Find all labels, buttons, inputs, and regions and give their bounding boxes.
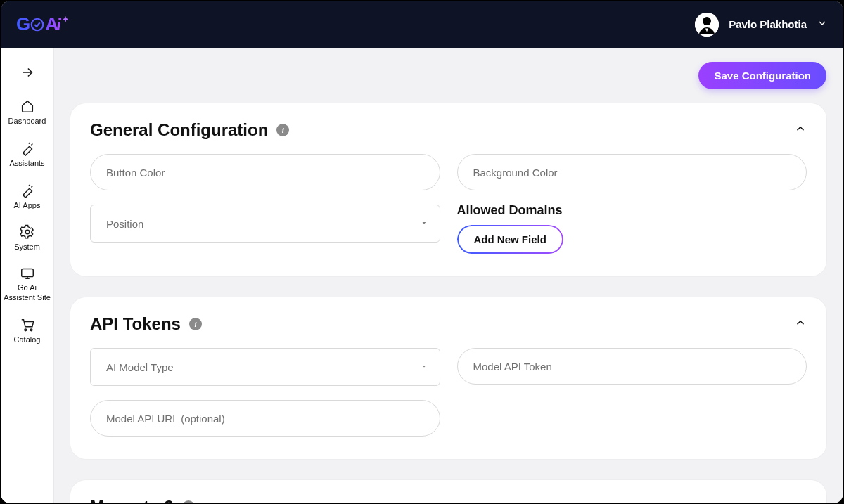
field-placeholder: Model API URL (optional)	[106, 413, 225, 425]
sidebar-item-assistant-site[interactable]: Go Ai Assistent Site	[1, 259, 53, 310]
chevron-down-icon	[817, 18, 828, 32]
app-header: G A i ✦ Pavlo Plakhotia	[1, 1, 843, 48]
sidebar-label: System	[14, 243, 40, 252]
collapse-button[interactable]	[794, 499, 807, 503]
sidebar-item-assistants[interactable]: Assistants	[1, 134, 53, 176]
sidebar-item-dashboard[interactable]: Dashboard	[1, 91, 53, 134]
section-magento-2: Magento 2 i	[70, 480, 826, 503]
section-title: API Tokens	[90, 314, 181, 334]
caret-down-icon	[420, 217, 428, 230]
collapse-button[interactable]	[794, 122, 807, 138]
sidebar-label: Dashboard	[8, 117, 46, 127]
app-logo[interactable]: G A i ✦	[16, 13, 68, 35]
background-color-input[interactable]: Background Color	[457, 154, 807, 190]
allowed-domains-label: Allowed Domains	[457, 203, 563, 218]
sidebar-label: Assistants	[9, 159, 44, 169]
sidebar-item-system[interactable]: System	[1, 217, 53, 259]
section-api-tokens: API Tokens i AI Model Type Model API Tok…	[70, 297, 826, 459]
section-title: General Configuration	[90, 120, 268, 140]
sidebar-label: Go Ai Assistent Site	[2, 283, 52, 303]
section-general-configuration: General Configuration i Button Color Bac…	[70, 103, 826, 276]
field-placeholder: Position	[106, 218, 143, 230]
field-placeholder: Background Color	[473, 167, 558, 179]
model-api-url-input[interactable]: Model API URL (optional)	[90, 400, 440, 437]
sidebar-expand-button[interactable]	[20, 65, 35, 83]
position-select[interactable]: Position	[90, 205, 440, 243]
user-name: Pavlo Plakhotia	[729, 18, 807, 30]
model-api-token-input[interactable]: Model API Token	[457, 348, 807, 385]
collapse-button[interactable]	[794, 316, 807, 332]
sidebar-label: AI Apps	[14, 201, 41, 211]
user-menu[interactable]: Pavlo Plakhotia	[695, 13, 828, 37]
caret-down-icon	[420, 361, 428, 373]
svg-point-2	[703, 17, 711, 25]
info-icon[interactable]: i	[276, 124, 289, 136]
save-configuration-button[interactable]: Save Configuration	[698, 62, 826, 89]
info-icon[interactable]: i	[182, 500, 195, 503]
svg-point-5	[24, 328, 26, 330]
logo-text: G A i ✦	[16, 13, 68, 35]
section-title: Magento 2	[90, 497, 174, 503]
add-new-field-button[interactable]: Add New Field	[457, 225, 563, 254]
svg-point-6	[30, 328, 32, 330]
field-placeholder: AI Model Type	[106, 361, 174, 373]
field-placeholder: Button Color	[106, 167, 165, 179]
sidebar-label: Catalog	[14, 335, 41, 345]
sidebar: Dashboard Assistants AI Apps System Go A…	[1, 48, 53, 503]
sidebar-item-ai-apps[interactable]: AI Apps	[1, 176, 53, 218]
info-icon[interactable]: i	[189, 318, 202, 330]
main-content: Save Configuration General Configuration…	[53, 48, 843, 503]
sidebar-item-catalog[interactable]: Catalog	[1, 310, 53, 352]
svg-point-3	[25, 231, 30, 235]
button-color-input[interactable]: Button Color	[90, 154, 440, 190]
field-placeholder: Model API Token	[473, 361, 552, 373]
avatar	[695, 13, 719, 37]
svg-rect-4	[21, 269, 33, 277]
ai-model-type-select[interactable]: AI Model Type	[90, 348, 440, 386]
button-label: Add New Field	[474, 233, 546, 245]
